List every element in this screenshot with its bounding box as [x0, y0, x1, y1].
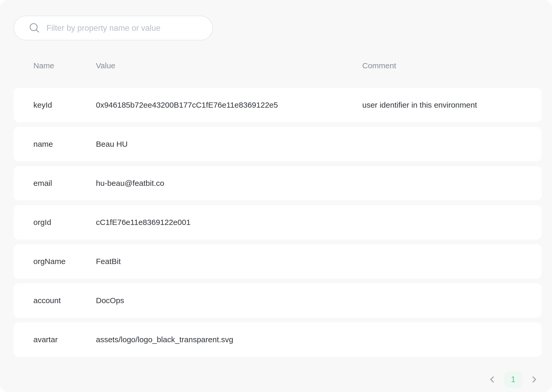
column-header-comment: Comment — [362, 61, 542, 70]
cell-name: orgId — [33, 218, 96, 227]
cell-name: name — [33, 140, 96, 149]
cell-value: hu-beau@featbit.co — [96, 179, 362, 188]
cell-value: Beau HU — [96, 140, 362, 149]
table-row: email hu-beau@featbit.co — [14, 166, 542, 200]
end-user-properties-panel: Name Value Comment keyId 0x946185b72ee43… — [0, 0, 552, 392]
table-row: avartar assets/logo/logo_black_transpare… — [14, 322, 542, 357]
search-input[interactable] — [46, 23, 205, 33]
cell-value: FeatBit — [96, 257, 362, 266]
cell-name: keyId — [33, 101, 96, 109]
table-row: name Beau HU — [14, 127, 542, 161]
pagination: 1 — [487, 371, 539, 388]
cell-comment: user identifier in this environment — [362, 101, 542, 109]
table-body: keyId 0x946185b72ee43200B177cC1fE76e11e8… — [14, 88, 542, 357]
column-header-value: Value — [96, 61, 362, 70]
cell-name: email — [33, 179, 96, 188]
table-row: orgName FeatBit — [14, 244, 542, 279]
cell-name: orgName — [33, 257, 96, 266]
cell-name: avartar — [33, 335, 96, 344]
column-header-name: Name — [33, 61, 96, 70]
pagination-prev-button[interactable] — [487, 371, 498, 388]
table-row: account DocOps — [14, 283, 542, 318]
search-icon — [29, 22, 40, 34]
table-row: keyId 0x946185b72ee43200B177cC1fE76e11e8… — [14, 88, 542, 122]
chevron-left-icon — [488, 375, 497, 384]
table-header-row: Name Value Comment — [14, 57, 542, 75]
pagination-next-button[interactable] — [529, 371, 539, 388]
cell-value: cC1fE76e11e8369122e001 — [96, 218, 362, 227]
table-row: orgId cC1fE76e11e8369122e001 — [14, 205, 542, 240]
pagination-page-1[interactable]: 1 — [504, 371, 522, 388]
search-box — [14, 16, 213, 40]
cell-name: account — [33, 296, 96, 305]
cell-value: DocOps — [96, 296, 362, 305]
cell-value: 0x946185b72ee43200B177cC1fE76e11e8369122… — [96, 101, 362, 109]
chevron-right-icon — [530, 375, 538, 384]
cell-value: assets/logo/logo_black_transparent.svg — [96, 335, 362, 344]
